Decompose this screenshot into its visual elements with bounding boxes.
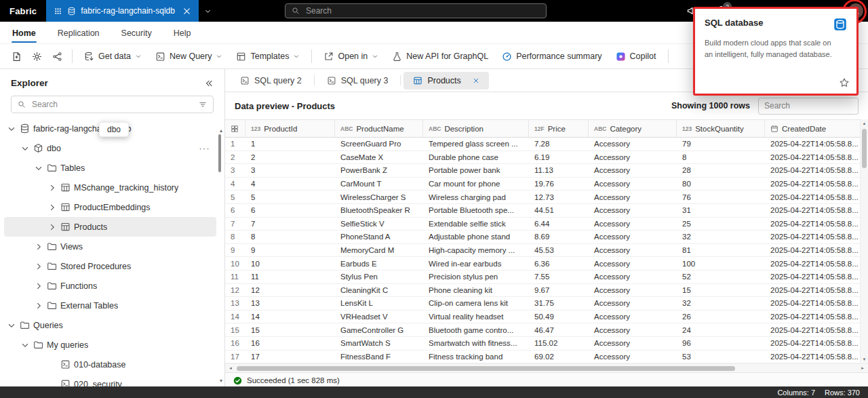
vertical-scrollbar[interactable]: ▴ ▾ (860, 119, 868, 363)
preview-search-input[interactable] (758, 98, 859, 115)
table-row[interactable]: 1515GameController GBluetooth game contr… (225, 323, 860, 337)
table-row[interactable]: 44CarMount TCar mount for phone19.76Acce… (225, 178, 860, 191)
copilot-button[interactable]: Copilot (610, 47, 663, 65)
table-row[interactable]: 33PowerBank ZPortable power bank11.13Acc… (225, 164, 860, 178)
scrollbar-thumb[interactable] (237, 366, 735, 371)
fabric-logo[interactable]: Fabric (0, 6, 46, 16)
table-cell: 6 (245, 204, 335, 217)
scroll-down-icon[interactable]: ▾ (220, 378, 222, 384)
column-header-productid[interactable]: 123ProductId (245, 120, 335, 137)
ribbon-tab-help[interactable]: Help (172, 24, 193, 43)
ribbon-tab-replication[interactable]: Replication (56, 24, 101, 43)
tree-item-queries[interactable]: Queries (4, 315, 216, 335)
tree-item-views[interactable]: Views (4, 237, 216, 256)
table-row[interactable]: 88PhoneStand AAdjustable phone stand8.69… (225, 231, 860, 244)
tab-products[interactable]: Products (403, 72, 488, 89)
ribbon-tab-home[interactable]: Home (11, 24, 37, 43)
table-row[interactable]: 1010Earbuds EWired in-ear earbuds6.36Acc… (225, 257, 860, 271)
table-row[interactable]: 1212CleaningKit CPhone cleaning kit9.67A… (225, 284, 860, 298)
chevron-down-icon[interactable] (204, 7, 212, 15)
tree-item-label: Views (60, 242, 83, 252)
model-view-button[interactable] (47, 47, 66, 65)
scroll-up-icon[interactable]: ▴ (220, 127, 222, 134)
table-row[interactable]: 1717FitnessBand FFitness tracking band69… (225, 351, 860, 364)
column-header-category[interactable]: ABCCategory (589, 120, 677, 137)
tree-item-020-security[interactable]: 020_security (4, 374, 216, 388)
chevron-right-icon[interactable] (47, 183, 57, 193)
table-row[interactable]: 11ScreenGuard ProTempered glass screen .… (225, 138, 860, 151)
table-row[interactable]: 22CaseMate XDurable phone case6.19Access… (225, 151, 860, 165)
table-row[interactable]: 1111Stylus PenPrecision stylus pen7.55Ac… (225, 271, 860, 284)
tree-item-label: Tables (60, 163, 85, 173)
close-icon[interactable] (473, 77, 479, 84)
tree-item-label: dbo (47, 144, 61, 153)
collapse-pane-icon[interactable] (204, 79, 214, 88)
table-row[interactable]: 66BluetoothSpeaker RPortable Bluetooth s… (225, 204, 860, 218)
chevron-right-icon[interactable] (34, 242, 43, 252)
tree-item-my-queries[interactable]: My queries (4, 335, 216, 355)
chevron-down-icon[interactable] (7, 124, 16, 134)
filter-icon[interactable] (199, 100, 207, 108)
column-header-description[interactable]: ABCDescription (423, 120, 529, 137)
performance-summary-button[interactable]: Performance summary (496, 47, 608, 65)
top-search-input[interactable] (304, 5, 540, 16)
new-api-for-graphql-button[interactable]: New API for GraphQL (386, 47, 494, 65)
chevron-right-icon[interactable] (47, 203, 57, 212)
tab-sql-query-2[interactable]: SQL query 2 (231, 72, 311, 89)
new-query-button[interactable]: New Query (149, 47, 229, 65)
table-cell: 52 (677, 271, 765, 283)
table-row[interactable]: 99MemoryCard MHigh-capacity memory ...45… (225, 244, 860, 258)
chevron-right-icon[interactable] (47, 222, 57, 232)
table-row[interactable]: 1414VRHeadset VVirtual reality headset50… (225, 311, 860, 324)
row-number: 2 (225, 151, 245, 164)
top-search[interactable] (285, 3, 547, 18)
explorer-search[interactable] (11, 96, 214, 113)
settings-button[interactable] (27, 47, 46, 65)
favorite-star-icon[interactable] (839, 77, 850, 88)
table-cell: 2025-04-22T14:05:58.8... (765, 164, 860, 177)
tree-item-010-database[interactable]: 010-database (4, 355, 216, 374)
scrollbar-thumb[interactable] (862, 129, 867, 168)
chevron-right-icon[interactable] (34, 301, 43, 311)
table-row[interactable]: 1616SmartWatch SSmartwatch with fitness.… (225, 337, 860, 351)
table-row[interactable]: 77SelfieStick VExtendable selfie stick6.… (225, 218, 860, 231)
templates-button[interactable]: Templates (230, 47, 306, 65)
more-options-icon[interactable]: ··· (199, 144, 217, 153)
chevron-down-icon[interactable] (34, 163, 43, 173)
grid-corner-cell[interactable] (225, 120, 245, 137)
tree-item-tables[interactable]: Tables (4, 158, 216, 178)
column-header-productname[interactable]: ABCProductName (335, 120, 423, 137)
chevron-right-icon[interactable] (34, 262, 43, 271)
table-row[interactable]: 1313LensKit LClip-on camera lens kit31.7… (225, 297, 860, 311)
get-data-button[interactable]: Get data (78, 47, 148, 65)
column-header-stockquantity[interactable]: 123StockQuantity (677, 120, 765, 137)
tree-item-productembeddings[interactable]: ProductEmbeddings (4, 197, 216, 217)
scroll-right-icon[interactable]: ▸ (859, 365, 866, 371)
tree-item-external-tables[interactable]: External Tables (4, 296, 216, 315)
tree-item-stored-procedures[interactable]: Stored Procedures (4, 256, 216, 276)
column-header-createddate[interactable]: CreatedDate (765, 120, 860, 137)
horizontal-scrollbar[interactable]: ◂ ▸ (225, 363, 868, 372)
table-cell: Adjustable phone stand (423, 231, 529, 243)
new-item-button[interactable] (7, 47, 26, 65)
chevron-right-icon[interactable] (34, 281, 43, 291)
workspace-tab[interactable]: fabric-rag-langchain-sqldb (46, 0, 199, 22)
explorer-scrollbar-thumb[interactable] (218, 134, 221, 172)
tree-item-dbo[interactable]: dbo··· (4, 138, 216, 158)
scroll-left-icon[interactable]: ◂ (227, 365, 234, 371)
tab-sql-query-3[interactable]: SQL query 3 (317, 72, 398, 89)
tree-item-products[interactable]: Products (4, 217, 216, 237)
chevron-down-icon[interactable] (7, 321, 16, 330)
open-in-button[interactable]: Open in (317, 47, 384, 65)
chevron-down-icon[interactable] (20, 340, 30, 350)
close-icon[interactable] (182, 7, 191, 16)
ribbon-tab-security[interactable]: Security (120, 24, 153, 43)
column-header-price[interactable]: 12FPrice (529, 120, 589, 137)
tree-item-functions[interactable]: Functions (4, 276, 216, 296)
explorer-search-input[interactable] (31, 99, 194, 110)
table-row[interactable]: 55WirelessCharger SWireless charging pad… (225, 191, 860, 204)
chevron-down-icon[interactable] (20, 144, 30, 153)
tree-item-mschange-tracking-history[interactable]: MSchange_tracking_history (4, 178, 216, 197)
scroll-down-icon[interactable]: ▾ (863, 356, 866, 363)
scroll-up-icon[interactable]: ▴ (863, 120, 866, 127)
